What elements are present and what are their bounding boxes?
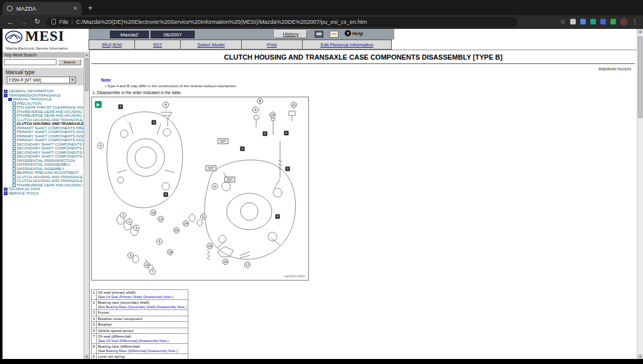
card-icon[interactable]: [330, 31, 338, 38]
document-icon: [13, 151, 16, 154]
toggle-plus-icon[interactable]: +: [4, 191, 8, 195]
svg-text:18: 18: [168, 250, 172, 254]
svg-text:14: 14: [184, 222, 188, 225]
browser-menu-icon[interactable]: ⋮: [632, 18, 638, 25]
profile-avatar[interactable]: [620, 18, 627, 25]
scroll-up-icon[interactable]: ▲: [637, 29, 643, 34]
document-icon: [13, 118, 16, 122]
parts-row: 6Vehicle speed sensor: [92, 328, 188, 334]
svg-text:15: 15: [224, 260, 227, 264]
nav-tab-5[interactable]: Edit Personal Information: [302, 40, 392, 50]
keyword-search-input[interactable]: [4, 59, 57, 65]
part-number: 3: [92, 310, 97, 316]
scroll-down-icon[interactable]: ▼: [84, 354, 89, 359]
extension-icon-1[interactable]: [570, 19, 576, 24]
svg-text:R: R: [241, 147, 244, 151]
svg-text:SST: SST: [220, 139, 226, 143]
chevron-down-icon[interactable]: ▼: [69, 77, 75, 83]
toggle-minus-icon[interactable]: −: [8, 98, 12, 102]
svg-text:R: R: [153, 120, 155, 124]
callout-19: 19: [207, 244, 213, 249]
callout-20: 20: [270, 112, 276, 118]
sst-marker: SST: [225, 177, 235, 182]
part-number: 1: [92, 290, 97, 300]
exploded-view-drawing: 8RB21620RRSSTRR4SSTRSSTAR1312123111416R1…: [92, 97, 308, 280]
part-desc: Bearing race (secondary shaft)(See Beari…: [96, 300, 188, 310]
document-icon: [13, 122, 16, 126]
toggle-plus-icon[interactable]: +: [4, 90, 8, 94]
sidebar-scrollbar[interactable]: ▲ ▼: [84, 52, 89, 359]
toggle-minus-icon[interactable]: −: [4, 94, 8, 97]
scrollbar-thumb[interactable]: [85, 58, 89, 91]
tab-close-icon[interactable]: ×: [73, 5, 77, 12]
tab-title: MAZDA: [16, 6, 70, 12]
manual-type-select[interactable]: F35M-R [MT WM] ▼: [7, 77, 76, 83]
part-desc: Oil seal (primary shaft)(See Oil Seal (P…: [96, 290, 188, 300]
parts-row: 4Breather cover component: [92, 316, 188, 322]
svg-text:21: 21: [292, 103, 296, 107]
address-separator: |: [72, 19, 73, 25]
see-note-link[interactable]: Oil Seal (Differential) Disassembly Note: [106, 339, 167, 343]
document-icon: [13, 159, 16, 163]
address-scheme: File: [59, 19, 68, 25]
new-tab-button[interactable]: +: [88, 3, 93, 13]
nav-tab-3[interactable]: Select Model: [180, 40, 241, 50]
svg-text:10: 10: [145, 263, 149, 267]
screen-icon[interactable]: [315, 31, 323, 38]
extension-icon-2[interactable]: [580, 19, 586, 24]
address-bar[interactable]: File | C:/Mazda%20(DE)%20Electronic%20Se…: [46, 17, 517, 27]
page-title: CLUTCH HOUSING AND TRANSAXLE CASE COMPON…: [90, 53, 637, 61]
r-marker: R: [164, 193, 168, 197]
extension-icon-3[interactable]: [590, 19, 596, 24]
r-marker: R: [263, 132, 267, 136]
svg-text:8: 8: [165, 103, 166, 107]
forward-icon[interactable]: →: [21, 18, 28, 26]
callout-A: A: [212, 184, 218, 190]
manual-type-value: F35M-R [MT WM]: [8, 77, 69, 83]
nav-tab-4[interactable]: Print: [241, 40, 302, 50]
document-icon: [13, 139, 16, 142]
see-note-link[interactable]: Bearing Race (Secondary Shaft) Disassemb…: [106, 305, 185, 309]
r-marker: R: [152, 120, 156, 125]
manual-type-panel: Manual type F35M-R [MT WM] ▼: [3, 68, 84, 85]
scroll-up-icon[interactable]: ▲: [84, 52, 89, 57]
r-marker: R: [284, 131, 289, 136]
page-scrollbar[interactable]: ▲ ▼: [637, 29, 643, 359]
part-desc: Bearing race (differential)(See Bearing …: [96, 344, 188, 354]
callout-12: 12: [158, 217, 164, 222]
bullet-icon: •: [105, 84, 106, 88]
scroll-down-icon[interactable]: ▼: [637, 354, 643, 359]
bookmark-star-icon[interactable]: ☆: [560, 18, 566, 25]
callout-5: 5: [157, 239, 163, 245]
callout-1: 1: [121, 213, 126, 218]
reload-icon[interactable]: ↻: [35, 18, 40, 26]
date-button[interactable]: 06/2007: [151, 31, 195, 38]
model-button[interactable]: Mazda2: [110, 31, 149, 38]
animation-icon[interactable]: ▶: [95, 101, 102, 108]
nav-tab-label: Select Model: [197, 42, 224, 48]
extension-icon-5[interactable]: [610, 19, 616, 24]
parts-row: 7Oil seal (differential)(See Oil Seal (D…: [92, 334, 188, 344]
toggle-plus-icon[interactable]: +: [4, 188, 8, 191]
parts-row: 9Lever set spring: [92, 354, 188, 360]
address-url[interactable]: C:/Mazda%20(DE)%20Electronic%20Service%2…: [76, 19, 367, 25]
svg-text:17: 17: [246, 263, 249, 267]
back-icon[interactable]: ←: [7, 18, 14, 26]
tree-item[interactable]: +SERVICE TOOLS: [3, 191, 84, 196]
search-button[interactable]: Search: [58, 59, 81, 65]
callout-9: 9: [128, 253, 134, 259]
document-icon: [13, 142, 16, 146]
see-note-link[interactable]: Bearing Race (Differential) Disassembly …: [106, 349, 176, 353]
part-desc: Breather: [96, 322, 188, 328]
history-button[interactable]: History: [274, 30, 307, 38]
scrollbar-thumb[interactable]: [638, 36, 642, 118]
extension-icon-4[interactable]: [600, 19, 606, 24]
nav-tab-1[interactable]: [RU] [EN]: [89, 40, 134, 50]
parts-row: 1Oil seal (primary shaft)(See Oil Seal (…: [92, 290, 188, 300]
see-note-link[interactable]: Oil Seal (Primary Shaft) Disassembly Not…: [106, 295, 171, 299]
browser-tab[interactable]: MAZDA ×: [3, 2, 82, 15]
help-label: Help: [352, 31, 363, 36]
help-button[interactable]: ? Help: [345, 30, 363, 36]
nav-tab-2[interactable]: SST: [134, 40, 180, 50]
nav-tab-label: Edit Personal Information: [320, 42, 373, 48]
